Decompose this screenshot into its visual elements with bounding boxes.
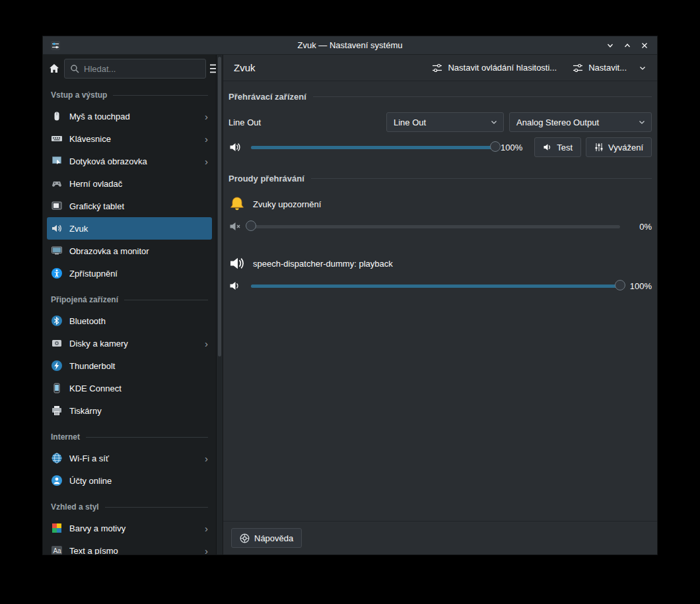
device-label: Line Out — [228, 117, 261, 127]
online-accounts-icon — [51, 475, 63, 487]
sidebar-item-disky-a-kamery[interactable]: Disky a kamery › — [47, 332, 212, 354]
fonts-icon: Aa — [51, 545, 63, 554]
close-button[interactable] — [637, 39, 652, 52]
configure-button[interactable]: Nastavit... — [570, 59, 649, 77]
stream-notification-volume-row: 0% — [228, 217, 652, 236]
sidebar-item-zpristupneni[interactable]: Zpřístupnění — [47, 262, 212, 285]
page-title: Zvuk — [234, 62, 256, 73]
balance-button[interactable]: Vyvážení — [586, 137, 652, 157]
menu-button[interactable] — [210, 59, 216, 79]
scrollbar-thumb[interactable] — [218, 57, 221, 356]
equalizer-icon — [594, 143, 604, 152]
section-label: Připojená zařízení — [51, 295, 118, 304]
chevron-down-icon — [490, 118, 498, 126]
slider-track[interactable] — [251, 225, 620, 228]
chevron-right-icon: › — [205, 546, 208, 555]
slider-fill — [251, 146, 495, 149]
chevron-down-icon — [639, 64, 647, 72]
titlebar[interactable]: Zvuk — Nastavení systému — [43, 36, 657, 55]
muted-speaker-icon — [228, 220, 242, 233]
sidebar-item-zvuk[interactable]: Zvuk — [47, 217, 212, 240]
minimize-button[interactable] — [603, 39, 617, 52]
window-title: Zvuk — Nastavení systému — [43, 40, 657, 50]
slider-fill — [251, 285, 620, 288]
search-input[interactable] — [84, 64, 200, 74]
profile-select-value: Analog Stereo Output — [516, 117, 599, 127]
section-title: Přehrávací zařízení — [228, 92, 306, 102]
printer-icon — [51, 405, 63, 417]
section-playback-streams: Proudy přehrávání — [228, 171, 652, 185]
button-label: Test — [557, 143, 573, 152]
chevron-right-icon: › — [205, 156, 208, 166]
slider-track[interactable] — [251, 146, 495, 149]
mixer-icon — [432, 63, 442, 73]
monitor-icon — [51, 245, 63, 257]
slider-handle[interactable] — [615, 280, 625, 290]
sidebar-item-tiskarny[interactable]: Tiskárny — [47, 399, 212, 422]
sidebar-section-appearance: Vzhled a styl — [43, 498, 216, 516]
disks-icon — [51, 337, 63, 349]
section-label: Internet — [51, 432, 80, 442]
button-label: Nápověda — [254, 533, 293, 543]
sidebar-item-obrazovka-a-monitor[interactable]: Obrazovka a monitor — [47, 240, 212, 262]
section-rule — [313, 96, 652, 97]
device-volume-row: 100% Test Vyvážení — [228, 137, 652, 158]
sidebar-item-graficky-tablet[interactable]: Grafický tablet — [47, 195, 212, 217]
chevron-right-icon: › — [205, 523, 208, 533]
sidebar-item-label: Wi-Fi a síť — [69, 453, 198, 463]
test-button[interactable]: Test — [534, 137, 581, 157]
help-icon — [240, 533, 250, 543]
sidebar-item-label: Myš a touchpad — [69, 112, 198, 121]
section-label: Vzhled a styl — [51, 502, 99, 512]
home-button[interactable] — [48, 59, 60, 79]
sidebar-item-klavesnice[interactable]: Klávesnice › — [47, 127, 212, 150]
sidebar-item-label: Barvy a motivy — [69, 523, 198, 533]
main-panel: Zvuk Nastavit ovládání hlasitosti... Nas… — [223, 55, 657, 554]
port-select[interactable]: Line Out — [386, 112, 504, 132]
volume-icon — [228, 279, 242, 292]
sidebar-item-wifi-a-sit[interactable]: Wi-Fi a síť › — [47, 447, 212, 469]
sidebar-item-dotykova-obrazovka[interactable]: Dotyková obrazovka › — [47, 150, 212, 172]
maximize-button[interactable] — [620, 39, 635, 52]
device-volume-slider[interactable] — [251, 141, 495, 154]
sidebar-item-text-a-pismo[interactable]: Aa Text a písmo › — [47, 539, 212, 554]
sidebar-item-barvy-a-motivy[interactable]: Barvy a motivy › — [47, 517, 212, 539]
sidebar-item-label: Dotyková obrazovka — [69, 156, 198, 166]
footer: Nápověda — [223, 521, 657, 554]
volume-icon — [228, 141, 242, 154]
sidebar-item-label: Obrazovka a monitor — [69, 246, 208, 256]
button-label: Vyvážení — [608, 143, 643, 152]
speech-dispatcher-volume-slider[interactable] — [251, 279, 620, 292]
slider-handle[interactable] — [246, 220, 256, 231]
sidebar-item-label: Bluetooth — [69, 316, 208, 326]
configure-volume-controls-button[interactable]: Nastavit ovládání hlasitosti... — [429, 59, 559, 77]
port-select-value: Line Out — [394, 117, 426, 127]
speech-dispatcher-volume-value: 100% — [625, 281, 652, 291]
colors-icon — [51, 522, 63, 534]
touchscreen-icon — [51, 155, 63, 167]
device-volume-value: 100% — [501, 143, 530, 152]
sidebar-item-ucty-online[interactable]: Účty online — [47, 469, 212, 492]
chevron-right-icon: › — [205, 339, 208, 349]
sidebar-list: Vstup a výstup Myš a touchpad › Klávesni… — [43, 83, 216, 554]
hamburger-icon — [210, 64, 216, 73]
sidebar-item-thunderbolt[interactable]: Thunderbolt — [47, 354, 212, 377]
speaker-test-icon — [543, 143, 552, 152]
sidebar-item-label: Účty online — [69, 476, 208, 486]
slider-handle[interactable] — [490, 141, 501, 152]
sidebar-item-mys-a-touchpad[interactable]: Myš a touchpad › — [47, 105, 212, 127]
slider-track[interactable] — [251, 285, 620, 288]
sidebar-item-bluetooth[interactable]: Bluetooth — [47, 310, 212, 332]
notification-volume-slider[interactable] — [251, 220, 620, 233]
kde-connect-icon — [51, 382, 63, 394]
sidebar-scrollbar[interactable] — [216, 55, 223, 554]
bluetooth-icon — [51, 315, 63, 327]
sidebar-item-kde-connect[interactable]: KDE Connect — [47, 377, 212, 399]
help-button[interactable]: Nápověda — [231, 528, 302, 548]
button-label: Nastavit... — [588, 63, 627, 73]
sidebar-item-label: Disky a kamery — [69, 339, 198, 349]
sidebar: Vstup a výstup Myš a touchpad › Klávesni… — [43, 55, 216, 554]
profile-select[interactable]: Analog Stereo Output — [509, 112, 652, 132]
notification-bell-icon — [228, 195, 246, 213]
sidebar-item-herni-ovladac[interactable]: Herní ovladač — [47, 172, 212, 195]
